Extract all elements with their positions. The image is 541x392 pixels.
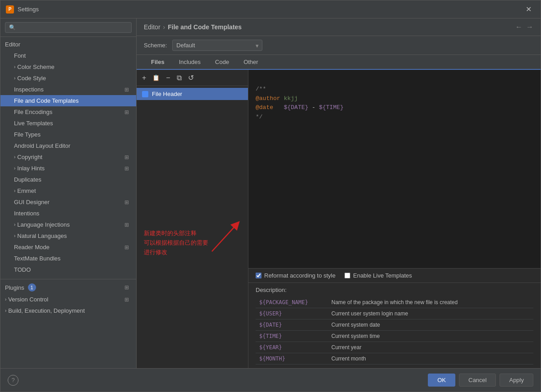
sidebar-item-inspections[interactable]: Inspections ⊞ [0, 84, 136, 95]
ok-button[interactable]: OK [428, 374, 455, 387]
sidebar-item-file-types[interactable]: File Types [0, 129, 136, 140]
breadcrumb-current: File and Code Templates [168, 23, 242, 31]
reset-button[interactable]: ↺ [186, 73, 196, 83]
sidebar: Editor Font › Color Scheme › Code Style [0, 18, 137, 368]
desc-val-time: Current system time [328, 331, 533, 342]
desc-var-user: ${USER} [256, 308, 328, 319]
desc-row-user: ${USER} Current user system login name [256, 308, 533, 319]
search-box [0, 18, 136, 37]
reader-mode-label: Reader Mode [14, 244, 50, 251]
font-label: Font [14, 52, 26, 59]
file-item-file-header[interactable]: File Header [137, 88, 248, 100]
right-panel: Editor › File and Code Templates ← → Sch… [137, 18, 541, 368]
bottom-bar: ? OK Cancel Apply [0, 368, 541, 392]
code-line-4: */ [256, 114, 263, 120]
apply-button[interactable]: Apply [500, 374, 533, 387]
sidebar-item-language-injections[interactable]: › Language Injections ⊞ [0, 219, 136, 230]
emmet-label: Emmet [17, 187, 36, 194]
todo-label: TODO [14, 266, 31, 273]
sidebar-item-color-scheme[interactable]: › Color Scheme [0, 61, 136, 73]
add-button[interactable]: + [140, 73, 148, 83]
tabs-bar: Files Includes Code Other [137, 55, 541, 70]
svg-line-1 [212, 224, 237, 251]
reformat-checkbox-label[interactable]: Reformat according to style [256, 272, 335, 279]
chevron-right-icon: › [14, 64, 15, 69]
tab-code[interactable]: Code [208, 55, 236, 70]
tab-other[interactable]: Other [236, 55, 266, 70]
sidebar-item-build[interactable]: › Build, Execution, Deployment [0, 305, 136, 316]
color-scheme-label: Color Scheme [17, 64, 54, 70]
description-section: Description: ${PACKAGE_NAME} Name of the… [248, 283, 541, 368]
window-title: Settings [18, 6, 522, 13]
desc-row-package: ${PACKAGE_NAME} Name of the package in w… [256, 297, 533, 308]
content-area: + 📋 − ⧉ ↺ File Header [137, 70, 541, 368]
gear-icon: ⊞ [124, 296, 129, 303]
copy-button[interactable]: 📋 [151, 73, 161, 82]
duplicate-button[interactable]: ⧉ [175, 73, 183, 83]
divider [0, 279, 136, 279]
plugins-badge: 1 [28, 283, 36, 292]
code-line-1: /** [256, 86, 266, 92]
sidebar-item-version-control[interactable]: › Version Control ⊞ [0, 294, 136, 305]
app-icon: P [6, 5, 14, 14]
cancel-button[interactable]: Cancel [459, 374, 496, 387]
breadcrumb-parent: Editor [144, 23, 160, 31]
sidebar-item-copyright[interactable]: › Copyright ⊞ [0, 151, 136, 163]
scheme-select-wrapper: Default [172, 40, 262, 51]
live-templates-checkbox[interactable] [344, 273, 350, 278]
sidebar-item-todo[interactable]: TODO [0, 264, 136, 275]
plugins-label: Plugins [5, 284, 24, 291]
sidebar-item-font[interactable]: Font [0, 50, 136, 61]
gear-icon: ⊞ [124, 222, 129, 228]
sidebar-item-duplicates[interactable]: Duplicates [0, 174, 136, 185]
toolbar: + 📋 − ⧉ ↺ [137, 70, 248, 86]
textmate-bundles-label: TextMate Bundles [14, 255, 60, 262]
sidebar-item-intentions[interactable]: Intentions [0, 208, 136, 219]
search-input[interactable] [5, 22, 132, 33]
sidebar-item-textmate-bundles[interactable]: TextMate Bundles [0, 253, 136, 264]
chevron-right-icon: › [14, 166, 15, 171]
chevron-right-icon: › [14, 155, 15, 160]
tab-includes[interactable]: Includes [172, 55, 208, 70]
sidebar-item-emmet[interactable]: › Emmet [0, 185, 136, 196]
code-style-label: Code Style [17, 75, 46, 82]
title-bar: P Settings ✕ [0, 0, 541, 18]
desc-val-year: Current year [328, 342, 533, 353]
sidebar-item-file-code-templates[interactable]: File and Code Templates [0, 95, 136, 106]
gui-designer-label: GUI Designer [14, 199, 50, 205]
annotation-area: 新建类时的头部注释 可以根据根据自己的需要 进行修改 [137, 220, 248, 368]
sidebar-item-plugins[interactable]: Plugins 1 ⊞ [0, 281, 136, 294]
desc-var-month: ${MONTH} [256, 353, 328, 365]
tab-files[interactable]: Files [144, 55, 172, 70]
close-button[interactable]: ✕ [522, 3, 535, 15]
file-code-templates-label: File and Code Templates [14, 97, 79, 104]
editor-section: Editor Font › Color Scheme › Code Style [0, 37, 136, 277]
date-separator: - [308, 104, 319, 111]
desc-var-year: ${YEAR} [256, 342, 328, 353]
scheme-select[interactable]: Default [172, 40, 262, 51]
sidebar-item-android-layout-editor[interactable]: Android Layout Editor [0, 140, 136, 151]
editor-panel: /** @author kkjj @date ${DATE} - ${TIME}… [248, 70, 541, 368]
build-label: Build, Execution, Deployment [8, 307, 85, 314]
forward-arrow[interactable]: → [526, 23, 533, 31]
remove-button[interactable]: − [164, 73, 172, 83]
sidebar-item-file-encodings[interactable]: File Encodings ⊞ [0, 106, 136, 118]
sidebar-item-editor[interactable]: Editor [0, 39, 136, 50]
desc-val-package: Name of the package in which the new fil… [328, 297, 533, 308]
sidebar-item-live-templates[interactable]: Live Templates [0, 118, 136, 129]
live-templates-label: Enable Live Templates [353, 272, 412, 279]
reformat-checkbox[interactable] [256, 273, 261, 278]
code-editor[interactable]: /** @author kkjj @date ${DATE} - ${TIME}… [248, 70, 541, 268]
sidebar-item-code-style[interactable]: › Code Style [0, 73, 136, 84]
live-templates-checkbox-label[interactable]: Enable Live Templates [344, 272, 412, 279]
gear-icon: ⊞ [124, 87, 129, 93]
options-bar: Reformat according to style Enable Live … [248, 268, 541, 283]
back-arrow[interactable]: ← [515, 23, 523, 31]
sidebar-item-reader-mode[interactable]: Reader Mode ⊞ [0, 242, 136, 253]
sidebar-item-gui-designer[interactable]: GUI Designer ⊞ [0, 196, 136, 208]
version-control-label: Version Control [8, 296, 48, 303]
help-button[interactable]: ? [8, 375, 18, 386]
annotation-arrow [207, 220, 243, 257]
sidebar-item-inlay-hints[interactable]: › Inlay Hints ⊞ [0, 163, 136, 174]
sidebar-item-natural-languages[interactable]: › Natural Languages [0, 230, 136, 242]
